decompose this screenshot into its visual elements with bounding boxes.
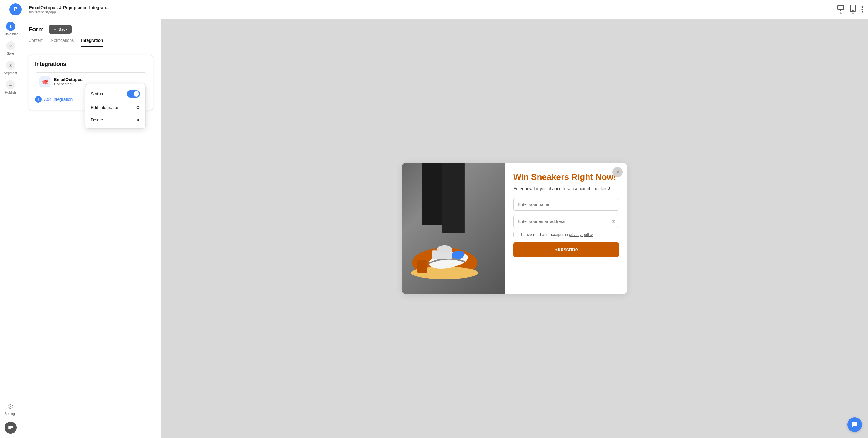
main-wrapper: 1 Customize 2 Style 3 Segment 4 Publish … [0,19,868,438]
subscribe-button[interactable]: Subscribe [513,242,619,257]
desktop-view-button[interactable] [837,5,844,14]
status-toggle[interactable] [127,90,140,97]
panel: Form ← Back Content Notifications Integr… [21,19,161,438]
email-input[interactable] [513,215,619,228]
sidebar-item-publish[interactable]: 4 Publish [5,80,16,94]
svg-rect-19 [417,260,427,273]
step-num-4: 4 [6,80,15,89]
popup-image [402,163,505,294]
popup-subtext: Enter now for you chance to win a pair o… [513,186,619,192]
privacy-policy-link[interactable]: privacy policy [569,232,593,237]
panel-tabs: Content Notifications Integration [21,34,161,48]
topbar-logo-area: P [5,3,26,15]
sidebar: 1 Customize 2 Style 3 Segment 4 Publish … [0,19,21,438]
topbar-title: EmailOctopus & Popupsmart Integrati... [29,5,837,10]
dropdown-menu: Status Edit Integration ⚙ Delete ✕ [85,84,146,129]
step-num-1: 1 [6,22,15,31]
svg-rect-10 [8,428,11,429]
step-label-3: Segment [4,71,17,75]
step-label-1: Customize [3,32,19,36]
topbar-subtitle: trialfirst.netlify.app [29,10,837,14]
plus-icon: + [35,96,41,103]
add-integration-button[interactable]: + Add integration [35,95,72,104]
chat-bubble-button[interactable] [847,417,862,432]
sidebar-item-settings[interactable]: ⚙ Settings [5,403,17,415]
gear-icon: ⚙ [8,403,14,411]
popup-close-button[interactable]: ✕ [612,167,623,177]
svg-rect-0 [838,5,844,10]
sidebar-item-style[interactable]: 2 Style [6,41,15,55]
tab-integration[interactable]: Integration [81,38,103,47]
email-input-wrap: ✉ [513,215,619,228]
app-logo: P [9,3,22,15]
dropdown-delete-item[interactable]: Delete ✕ [85,114,146,126]
topbar: P EmailOctopus & Popupsmart Integrati...… [0,0,868,19]
back-button[interactable]: ← Back [49,25,72,34]
email-icon: ✉ [611,219,615,224]
popup: ✕ Win Sneakers Right Now! Enter now for … [402,163,627,294]
mobile-view-button[interactable] [850,5,856,14]
preview-area: ✕ Win Sneakers Right Now! Enter now for … [161,19,868,438]
sidebar-item-segment[interactable]: 3 Segment [4,61,17,75]
step-num-3: 3 [6,61,15,70]
emailoctopus-icon: 🐙 [39,76,51,87]
integrations-title: Integrations [35,61,147,67]
topbar-icons [837,5,863,14]
panel-title: Form [29,26,44,33]
tab-notifications[interactable]: Notifications [51,38,74,47]
name-input[interactable] [513,198,619,211]
dropdown-edit-item[interactable]: Edit Integration ⚙ [85,101,146,114]
svg-rect-9 [8,427,13,428]
sidebar-bottom-icon[interactable] [5,421,17,434]
close-icon: ✕ [136,118,140,122]
panel-content: Integrations 🐙 EmailOctopus Connected ⋮ … [21,48,161,438]
svg-point-5 [862,6,863,8]
step-label-2: Style [7,52,14,55]
sidebar-item-customize[interactable]: 1 Customize [3,22,19,36]
popup-heading: Win Sneakers Right Now! [513,172,619,182]
popup-content: ✕ Win Sneakers Right Now! Enter now for … [505,163,627,294]
svg-rect-8 [8,427,13,427]
svg-point-18 [437,245,452,253]
dropdown-status-item[interactable]: Status [85,87,146,101]
more-options-button[interactable] [861,6,863,13]
tab-content[interactable]: Content [29,38,43,47]
back-arrow-icon: ← [53,27,57,32]
privacy-checkbox[interactable] [513,232,518,237]
svg-point-7 [862,11,863,12]
step-num-2: 2 [6,41,15,51]
mobile-dot [852,12,854,14]
settings-label: Settings [5,412,17,415]
gear-icon: ⚙ [136,105,140,110]
integration-name: EmailOctopus [54,77,134,82]
svg-point-6 [862,8,863,10]
checkbox-label: I have read and accept the privacy polic… [521,232,593,237]
toggle-knob [134,91,139,97]
panel-header: Form ← Back [21,19,161,34]
topbar-title-area: EmailOctopus & Popupsmart Integrati... t… [29,5,837,14]
desktop-dot [840,12,842,14]
step-label-4: Publish [5,91,16,94]
svg-rect-12 [442,163,465,233]
checkbox-row: I have read and accept the privacy polic… [513,232,619,237]
